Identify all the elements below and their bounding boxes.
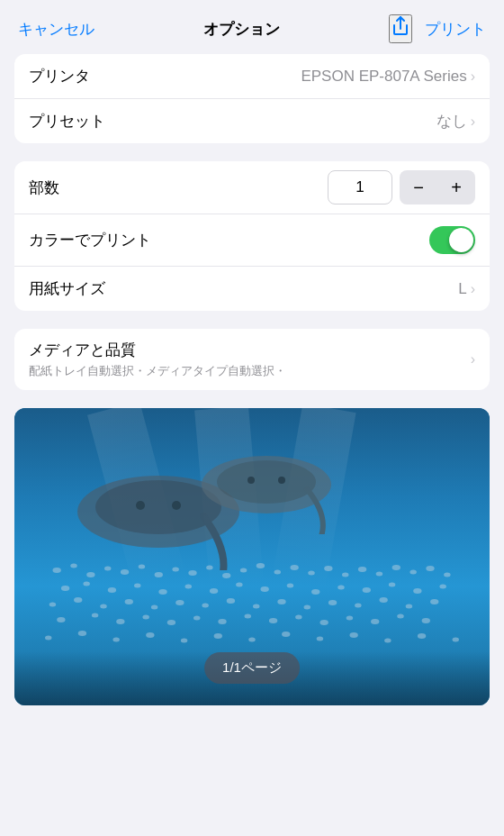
svg-point-36 xyxy=(158,589,166,595)
printer-row[interactable]: プリンタ EPSON EP-807A Series › xyxy=(14,54,490,99)
svg-point-63 xyxy=(430,599,438,604)
svg-point-37 xyxy=(185,585,193,589)
svg-point-11 xyxy=(104,567,112,571)
svg-point-29 xyxy=(410,570,417,575)
media-text: メディアと品質 配紙トレイ自動選択・メディアタイプ自動選択・ xyxy=(29,340,464,379)
svg-point-60 xyxy=(355,604,362,608)
svg-point-89 xyxy=(384,639,392,643)
paper-value: L › xyxy=(458,280,475,298)
svg-point-61 xyxy=(379,597,387,603)
svg-point-38 xyxy=(210,588,218,594)
svg-point-44 xyxy=(363,587,371,593)
media-card[interactable]: メディアと品質 配紙トレイ自動選択・メディアタイプ自動選択・ › xyxy=(14,329,490,390)
increment-button[interactable]: + xyxy=(437,170,475,204)
svg-point-52 xyxy=(151,605,158,610)
paper-chevron-icon: › xyxy=(471,281,475,297)
svg-point-76 xyxy=(371,619,379,624)
svg-point-33 xyxy=(83,582,90,586)
cancel-button[interactable]: キャンセル xyxy=(18,19,94,40)
media-row[interactable]: メディアと品質 配紙トレイ自動選択・メディアタイプ自動選択・ › xyxy=(14,329,490,390)
svg-point-41 xyxy=(287,584,294,588)
svg-point-25 xyxy=(342,573,349,577)
paper-label: 用紙サイズ xyxy=(29,278,105,299)
svg-point-85 xyxy=(248,638,256,642)
media-title: メディアと品質 xyxy=(29,340,464,360)
svg-point-57 xyxy=(277,599,285,604)
copies-label: 部数 xyxy=(29,177,59,198)
svg-point-48 xyxy=(50,603,57,607)
svg-point-35 xyxy=(134,584,141,588)
preset-row[interactable]: プリセット なし › xyxy=(14,99,490,143)
print-button[interactable]: プリント xyxy=(425,19,486,40)
svg-point-19 xyxy=(240,568,248,573)
svg-point-56 xyxy=(253,604,260,609)
copies-input[interactable] xyxy=(328,170,392,204)
svg-point-45 xyxy=(389,583,396,587)
svg-point-26 xyxy=(358,567,366,572)
svg-point-22 xyxy=(290,565,298,570)
svg-point-80 xyxy=(78,631,86,636)
svg-point-12 xyxy=(121,569,129,575)
svg-point-71 xyxy=(245,614,252,619)
svg-point-69 xyxy=(194,616,201,621)
media-chevron-icon: › xyxy=(471,351,475,368)
svg-point-74 xyxy=(320,620,328,625)
svg-point-47 xyxy=(439,585,446,589)
decrement-button[interactable]: − xyxy=(400,170,437,204)
svg-point-67 xyxy=(142,615,149,620)
svg-point-59 xyxy=(328,600,337,605)
svg-point-64 xyxy=(57,617,65,622)
svg-point-84 xyxy=(214,633,222,639)
color-print-row: カラーでプリント xyxy=(14,214,490,267)
copies-controls: − + xyxy=(328,170,475,204)
svg-point-20 xyxy=(256,563,265,568)
svg-point-34 xyxy=(108,587,116,593)
svg-point-24 xyxy=(324,566,332,571)
printer-chevron-icon: › xyxy=(471,68,475,85)
header: キャンセル オプション プリント xyxy=(0,0,504,54)
svg-point-49 xyxy=(74,597,82,603)
preview-area: 1/1ページ xyxy=(14,408,490,705)
svg-point-55 xyxy=(227,598,235,604)
svg-point-53 xyxy=(176,600,184,605)
svg-point-10 xyxy=(86,572,94,577)
svg-point-68 xyxy=(167,620,176,625)
page-title: オプション xyxy=(203,19,280,40)
header-actions: プリント xyxy=(389,14,486,43)
svg-point-32 xyxy=(61,586,69,591)
svg-point-82 xyxy=(146,632,154,638)
svg-point-73 xyxy=(295,615,302,620)
svg-point-50 xyxy=(100,604,107,609)
svg-point-78 xyxy=(422,618,430,623)
media-subtitle: 配紙トレイ自動選択・メディアタイプ自動選択・ xyxy=(29,363,464,379)
paper-size-row[interactable]: 用紙サイズ L › xyxy=(14,267,490,311)
svg-point-23 xyxy=(308,571,315,576)
share-button[interactable] xyxy=(389,14,412,43)
svg-point-77 xyxy=(397,614,404,619)
svg-point-15 xyxy=(172,568,179,572)
svg-point-30 xyxy=(426,566,434,571)
svg-point-27 xyxy=(376,572,383,577)
svg-point-58 xyxy=(304,605,311,610)
svg-point-9 xyxy=(70,564,77,568)
svg-point-66 xyxy=(116,619,124,624)
svg-point-87 xyxy=(317,637,324,641)
print-options-card: 部数 − + カラーでプリント 用紙サイズ L › xyxy=(14,161,490,311)
svg-point-31 xyxy=(444,573,451,577)
svg-point-54 xyxy=(202,604,209,608)
svg-point-18 xyxy=(222,573,230,578)
preset-label: プリセット xyxy=(29,111,105,132)
color-toggle[interactable] xyxy=(429,226,475,254)
svg-point-40 xyxy=(260,586,268,592)
svg-point-65 xyxy=(92,613,99,618)
toggle-thumb xyxy=(449,228,473,252)
svg-point-14 xyxy=(155,572,163,577)
svg-point-83 xyxy=(181,639,188,643)
svg-point-8 xyxy=(52,568,60,573)
svg-point-43 xyxy=(338,586,345,590)
svg-point-17 xyxy=(206,566,213,570)
preset-value: なし › xyxy=(436,111,475,132)
svg-point-81 xyxy=(112,638,120,642)
svg-point-90 xyxy=(418,633,426,639)
svg-point-46 xyxy=(413,588,421,594)
